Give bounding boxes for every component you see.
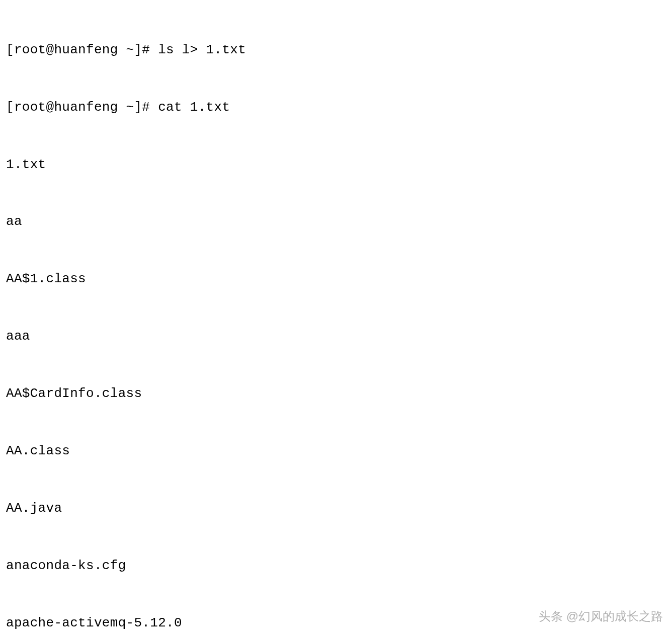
output-line: anaconda-ks.cfg (6, 557, 666, 576)
output-line: aaa (6, 327, 666, 346)
output-line: AA$CardInfo.class (6, 384, 666, 404)
terminal-output[interactable]: [root@huanfeng ~]# ls l> 1.txt [root@hua… (6, 3, 666, 634)
command-line: [root@huanfeng ~]# cat 1.txt (6, 98, 666, 117)
output-line: 1.txt (6, 155, 666, 175)
command-line: [root@huanfeng ~]# ls l> 1.txt (6, 41, 666, 60)
watermark-text: 头条 @幻风的成长之路 (539, 607, 663, 625)
output-line: AA$1.class (6, 270, 666, 289)
command-text: ls l> 1.txt (158, 42, 246, 57)
output-line: aa (6, 212, 666, 231)
output-line: AA.class (6, 442, 666, 461)
output-line: AA.java (6, 499, 666, 518)
prompt: [root@huanfeng ~]# (6, 100, 150, 115)
prompt: [root@huanfeng ~]# (6, 42, 150, 57)
command-text: cat 1.txt (158, 100, 230, 115)
